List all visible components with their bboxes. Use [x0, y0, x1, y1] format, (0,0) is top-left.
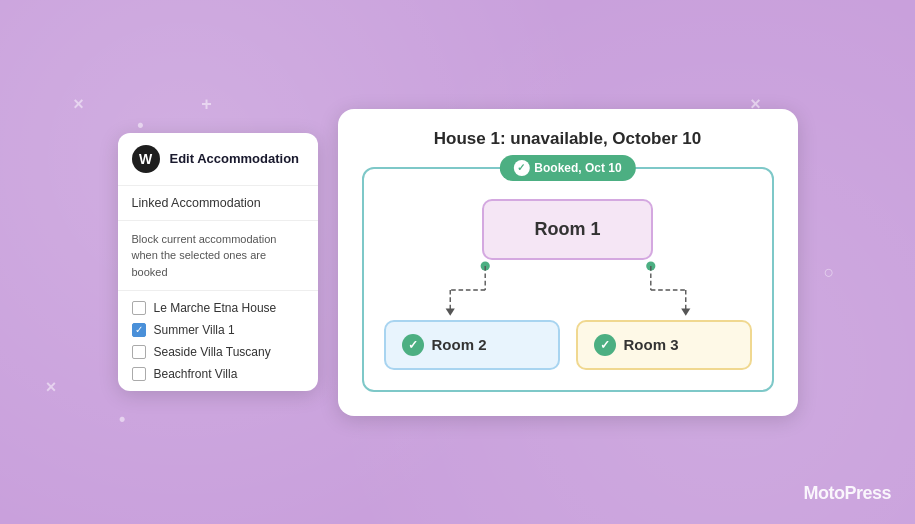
room1-box: Room 1: [482, 199, 652, 260]
arrows-svg: [384, 260, 752, 320]
room2-check-icon: ✓: [402, 334, 424, 356]
svg-marker-9: [681, 308, 690, 315]
motopress-brand: MotoPress: [803, 483, 891, 504]
checkbox-2[interactable]: [132, 323, 146, 337]
motopress-label: MotoPress: [803, 483, 891, 503]
room1-label: Room 1: [534, 219, 600, 239]
main-layout: W Edit Accommodation Linked Accommodatio…: [118, 109, 798, 416]
wordpress-logo: W: [132, 145, 160, 173]
room3-box: ✓ Room 3: [576, 320, 752, 370]
block-description: Block current accommodation when the sel…: [118, 221, 318, 292]
arrows-container: [384, 260, 752, 320]
checkbox-3[interactable]: [132, 345, 146, 359]
wp-header: W Edit Accommodation: [118, 133, 318, 186]
checkbox-list: Le Marche Etna House Summer Villa 1 Seas…: [118, 291, 318, 391]
edit-accommodation-label: Edit Accommodation: [170, 151, 300, 166]
checkbox-item-2[interactable]: Summer Villa 1: [132, 323, 304, 337]
svg-marker-5: [445, 308, 454, 315]
diagram: ✓ Booked, Oct 10 Room 1: [362, 167, 774, 392]
checkbox-label-4: Beachfront Villa: [154, 367, 238, 381]
checkbox-item-1[interactable]: Le Marche Etna House: [132, 301, 304, 315]
checkbox-label-1: Le Marche Etna House: [154, 301, 277, 315]
checkbox-item-4[interactable]: Beachfront Villa: [132, 367, 304, 381]
checkbox-label-3: Seaside Villa Tuscany: [154, 345, 271, 359]
room3-label: Room 3: [624, 336, 679, 353]
checkbox-1[interactable]: [132, 301, 146, 315]
room2-label: Room 2: [432, 336, 487, 353]
linked-accommodation-label[interactable]: Linked Accommodation: [118, 186, 318, 221]
booked-badge-label: Booked, Oct 10: [534, 161, 621, 175]
bottom-rooms: ✓ Room 2 ✓ Room 3: [384, 320, 752, 370]
deco-symbol-7: ×: [46, 377, 57, 398]
left-panel: W Edit Accommodation Linked Accommodatio…: [118, 133, 318, 392]
checkbox-4[interactable]: [132, 367, 146, 381]
deco-symbol-6: ○: [824, 262, 835, 283]
booked-check-icon: ✓: [513, 160, 529, 176]
booked-badge: ✓ Booked, Oct 10: [499, 155, 635, 181]
checkbox-item-3[interactable]: Seaside Villa Tuscany: [132, 345, 304, 359]
right-panel: House 1: unavailable, October 10 ✓ Booke…: [338, 109, 798, 416]
room1-container: Room 1: [384, 199, 752, 260]
house-title-rest: unavailable, October 10: [506, 129, 702, 148]
room2-box: ✓ Room 2: [384, 320, 560, 370]
house-title-bold: House 1:: [434, 129, 506, 148]
house-title: House 1: unavailable, October 10: [362, 129, 774, 149]
deco-symbol-1: ×: [73, 94, 84, 115]
room3-check-icon: ✓: [594, 334, 616, 356]
checkbox-label-2: Summer Villa 1: [154, 323, 235, 337]
